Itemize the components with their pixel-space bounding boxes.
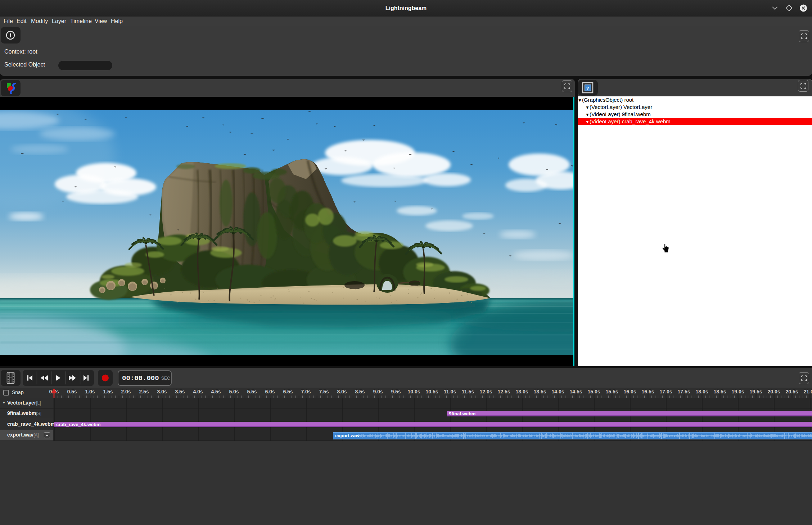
svg-text:?: ? — [586, 86, 589, 91]
